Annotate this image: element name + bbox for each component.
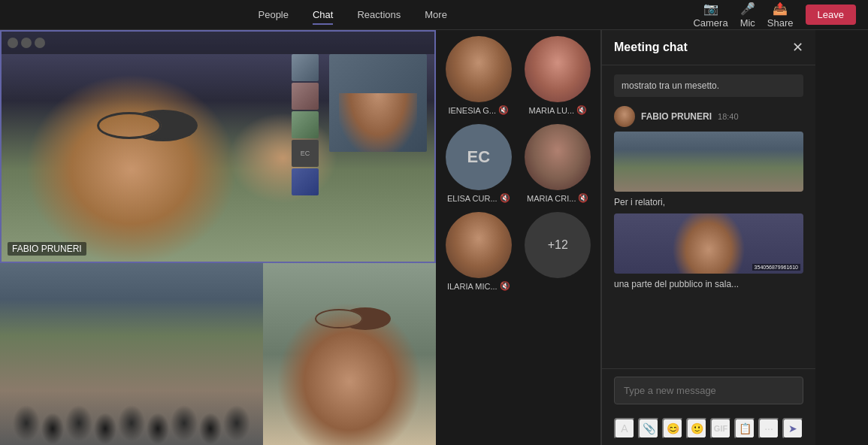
participants-sidebar: EC [292,54,322,195]
participant-maria-cri: MARIA CRI... 🔇 [522,124,595,203]
name-row-maria-lu: MARIA LU... 🔇 [528,105,587,115]
send-icon: ➤ [788,422,797,434]
meeting-note-icon: 📋 [739,422,752,434]
chat-sender-name: FABIO PRUNERI [641,111,712,122]
avatar-maria-lu [525,36,591,102]
video-name-label: FABIO PRUNERI [8,242,86,256]
video-top-bar [2,32,434,54]
more-options-button[interactable]: ··· [758,418,779,439]
tab-chat[interactable]: Chat [301,5,345,25]
classroom-bg [614,132,803,192]
mic-muted-elisa: 🔇 [500,193,510,203]
top-navigation: People Chat Reactions More 📷 Camera 🎤 Mi… [0,0,868,30]
chat-toolbar: A 📎 😊 🙂 GIF 📋 ··· ➤ [602,412,815,445]
share-action[interactable]: 📤 Share [767,2,794,29]
mic-label: Mic [740,17,755,29]
emoji-button[interactable]: 😊 [662,418,683,439]
secondary-person-video [329,54,427,152]
speaker-bg [614,213,803,274]
name-maria-cri: MARIA CRI... [527,194,576,203]
gif-button[interactable]: GIF [710,418,731,439]
chat-message-input[interactable] [614,377,803,404]
camera-label: Camera [693,17,727,29]
fabio-avatar [614,106,635,127]
more-options-icon: ··· [764,422,773,434]
tab-more[interactable]: More [413,5,459,25]
video-control-btn-2[interactable] [21,38,32,48]
thumb-3 [292,111,319,138]
chat-panel: Meeting chat ✕ mostrato tra un mesetto. … [601,30,815,445]
video-control-btn-3[interactable] [35,38,45,48]
mic-muted-ilaria: 🔇 [500,281,510,291]
name-row-elisa: ELISA CUR... 🔇 [447,193,510,203]
avatar-maria-cri [525,124,591,190]
avatar-ienesia [446,36,512,102]
elisa-initials: EC [467,147,490,167]
participant-ienesia: IENESIA G... 🔇 [442,36,516,115]
chat-text-2: una parte del pubblico in sala... [614,278,803,291]
chat-messages: mostrato tra un mesetto. FABIO PRUNERI 1… [602,65,815,368]
thumb-ec: EC [292,140,319,167]
nav-actions: 📷 Camera 🎤 Mic 📤 Share Leave [693,2,856,29]
participant-row-1: IENESIA G... 🔇 MARIA LU... 🔇 [442,36,594,115]
attach-icon: 📎 [643,422,655,434]
close-chat-button[interactable]: ✕ [792,39,803,56]
emoji-icon: 😊 [667,422,679,434]
camera-action[interactable]: 📷 Camera [693,2,727,29]
participant-row-2: EC ELISA CUR... 🔇 MARIA CRI... 🔇 [442,124,594,203]
video-control-btn-1[interactable] [8,38,18,48]
chat-message-header: FABIO PRUNERI 18:40 [614,106,803,127]
thumb-blue [292,168,319,195]
speaker-background [263,263,436,445]
participant-ilaria: ILARIA MIC... 🔇 [442,212,516,291]
tab-people[interactable]: People [246,5,301,25]
sticker-button[interactable]: 🙂 [686,418,707,439]
chat-title: Meeting chat [614,41,688,54]
name-row-ienesia: IENESIA G... 🔇 [448,105,509,115]
prev-message: mostrato tra un mesetto. [614,74,803,97]
tab-reactions[interactable]: Reactions [345,5,413,25]
mic-muted-ienesia: 🔇 [498,105,509,115]
mic-muted-maria-lu: 🔇 [576,105,587,115]
avatar-ilaria [446,212,512,278]
prev-message-text: mostrato tra un mesetto. [622,80,719,91]
more-count: +12 [548,238,568,252]
name-row-ilaria: ILARIA MIC... 🔇 [447,281,510,291]
gif-icon: GIF [714,424,727,433]
nav-tabs: People Chat Reactions More [246,5,459,25]
avatar-more: +12 [525,212,591,278]
chat-time: 18:40 [718,112,739,121]
main-content: EC FABIO PRUNERI IENESIA G... 🔇 [0,30,868,445]
send-message-button[interactable]: ➤ [782,418,803,439]
chat-text-1: Per i relatori, [614,196,803,209]
audience-background [0,263,263,445]
mic-icon: 🎤 [740,2,755,16]
fabio-message-group: FABIO PRUNERI 18:40 Per i relatori, una … [614,106,803,291]
speaker-image [614,213,803,274]
leave-button[interactable]: Leave [806,5,856,25]
meeting-note-button[interactable]: 📋 [734,418,755,439]
participant-more[interactable]: +12 [522,212,595,291]
video-background: EC FABIO PRUNERI [2,32,434,262]
speaker-close-video [263,263,436,445]
participant-maria-lu: MARIA LU... 🔇 [522,36,595,115]
share-label: Share [767,17,794,29]
name-elisa: ELISA CUR... [447,194,498,203]
chat-header: Meeting chat ✕ [602,30,815,65]
mic-action[interactable]: 🎤 Mic [740,2,755,29]
name-maria-lu: MARIA LU... [528,106,574,115]
name-ilaria: ILARIA MIC... [447,282,498,291]
classroom-image [614,132,803,192]
format-icon: A [621,422,628,434]
video-area: EC FABIO PRUNERI [0,30,436,445]
thumb-1 [292,54,319,81]
chat-input-area [602,368,815,412]
participant-row-3: ILARIA MIC... 🔇 +12 [442,212,594,291]
mic-muted-maria-cri: 🔇 [578,193,588,203]
attach-button[interactable]: 📎 [638,418,659,439]
format-button[interactable]: A [614,418,635,439]
audience-video [0,263,263,445]
fabio-avatar-image [614,106,635,127]
name-row-maria-cri: MARIA CRI... 🔇 [527,193,588,203]
participant-elisa: EC ELISA CUR... 🔇 [442,124,516,203]
